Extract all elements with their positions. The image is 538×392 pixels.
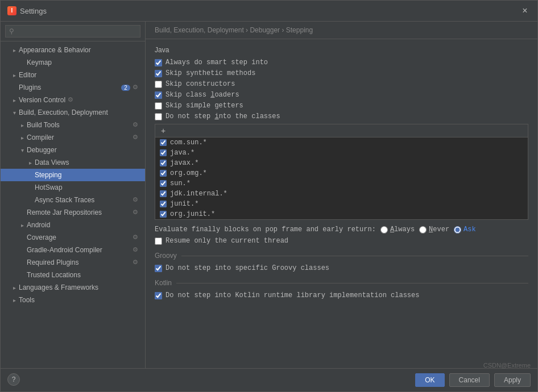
sidebar-item-label: Debugger xyxy=(27,146,57,154)
kotlin-section-label: Kotlin xyxy=(155,279,172,287)
groovy-step-row: Do not step into specific Groovy classes xyxy=(155,264,528,272)
sidebar-item-label: Stepping xyxy=(35,171,61,179)
resume-thread-label: Resume only the current thread xyxy=(165,237,288,245)
sidebar-item-label: Languages & Frameworks xyxy=(19,283,98,291)
sidebar-item-async-stack[interactable]: Async Stack Traces ⚙ xyxy=(1,194,145,206)
watermark-text: CSDN@Extreme xyxy=(483,362,531,369)
radio-ask-input[interactable] xyxy=(454,226,461,233)
dialog-title-text: Settings xyxy=(20,7,47,15)
coverage-settings-icon: ⚙ xyxy=(133,233,140,241)
sidebar-item-label: Editor xyxy=(19,71,36,79)
sidebar-item-label: Android xyxy=(27,221,50,229)
class-checkbox-jdk-internal[interactable] xyxy=(160,190,167,197)
sidebar-item-remote-jar[interactable]: Remote Jar Repositories ⚙ xyxy=(1,206,145,219)
smart-step-checkbox[interactable] xyxy=(155,59,162,66)
tree-arrow-required-plugins xyxy=(19,259,26,266)
sidebar-item-appearance[interactable]: Appearance & Behavior xyxy=(1,44,145,56)
class-item-javax: javax.* xyxy=(155,158,528,168)
help-button[interactable]: ? xyxy=(7,373,20,386)
sidebar-item-coverage[interactable]: Coverage ⚙ xyxy=(1,231,145,244)
sidebar-item-build-exec-deploy[interactable]: Build, Execution, Deployment xyxy=(1,106,145,119)
radio-ask: Ask xyxy=(454,226,476,233)
sidebar-item-label: Data Views xyxy=(35,159,69,166)
sidebar-item-languages[interactable]: Languages & Frameworks xyxy=(1,281,145,294)
tree-arrow-build-tools xyxy=(19,122,26,128)
apply-button[interactable]: Apply xyxy=(494,373,531,387)
sidebar-item-editor[interactable]: Editor xyxy=(1,69,145,81)
class-checkbox-org-omg[interactable] xyxy=(160,170,167,177)
groovy-step-checkbox[interactable] xyxy=(155,265,162,272)
class-label-java: java.* xyxy=(170,149,194,157)
sidebar-item-label: HotSwap xyxy=(35,184,63,191)
class-label-jdk-internal: jdk.internal.* xyxy=(170,190,227,198)
tree-arrow-stepping xyxy=(27,172,34,178)
tree-arrow-plugins xyxy=(11,84,18,91)
sidebar-item-android[interactable]: Android xyxy=(1,219,145,231)
resume-thread-row: Resume only the current thread xyxy=(155,237,528,245)
sidebar-item-label: Tools xyxy=(19,296,35,304)
groovy-section-label: Groovy xyxy=(155,252,177,260)
kotlin-step-checkbox[interactable] xyxy=(155,292,162,299)
search-input[interactable] xyxy=(5,25,140,37)
build-tools-settings-icon: ⚙ xyxy=(133,121,140,129)
radio-never-input[interactable] xyxy=(419,226,427,233)
do-not-step-checkbox[interactable] xyxy=(155,113,162,120)
tree-arrow-tools xyxy=(11,297,18,303)
sidebar-item-hotswap[interactable]: HotSwap xyxy=(1,181,145,194)
kotlin-step-label: Do not step into Kotlin runtime library … xyxy=(165,291,419,299)
tree-arrow-async-stack xyxy=(27,197,34,203)
sidebar-item-label: Build Tools xyxy=(27,121,60,129)
do-not-step-label: Do not step into the classes xyxy=(165,112,280,120)
class-checkbox-com-sun[interactable] xyxy=(160,139,167,146)
dialog-title: I Settings xyxy=(7,6,47,15)
class-checkbox-java[interactable] xyxy=(160,149,167,156)
sidebar-item-label: Trusted Locations xyxy=(27,271,81,279)
skip-constructors-label: Skip constructors xyxy=(165,80,235,88)
add-class-button[interactable]: + xyxy=(159,126,168,135)
tree-arrow-keymap xyxy=(19,59,26,66)
tree-arrow-coverage xyxy=(19,234,26,241)
tree-arrow-gradle-android xyxy=(19,247,26,253)
sidebar-item-trusted-locations[interactable]: Trusted Locations xyxy=(1,269,145,281)
sidebar-item-label: Version Control xyxy=(19,96,65,104)
sidebar-item-label: Remote Jar Repositories xyxy=(27,208,102,216)
sidebar-item-stepping[interactable]: Stepping xyxy=(1,169,145,181)
class-checkbox-junit[interactable] xyxy=(160,201,167,207)
skip-class-loaders-checkbox[interactable] xyxy=(155,91,162,99)
skip-synthetic-checkbox[interactable] xyxy=(155,70,162,77)
sidebar-item-gradle-android[interactable]: Gradle-Android Compiler ⚙ xyxy=(1,244,145,256)
smart-step-label: Always do smart step into xyxy=(165,59,268,66)
tree-panel: Appearance & Behavior Keymap Editor Plug… xyxy=(1,41,145,368)
tree-arrow-appearance xyxy=(11,47,18,53)
sidebar-item-compiler[interactable]: Compiler ⚙ xyxy=(1,131,145,144)
tree-arrow-debugger xyxy=(19,147,26,153)
class-label-org-junit: org.junit.* xyxy=(170,210,215,218)
resume-thread-checkbox[interactable] xyxy=(155,237,162,245)
radio-always-input[interactable] xyxy=(380,226,388,233)
cancel-button[interactable]: Cancel xyxy=(449,373,490,387)
sidebar-item-label: Plugins xyxy=(19,84,41,91)
skip-constructors-row: Skip constructors xyxy=(155,80,528,88)
class-list-container: + com.sun.* java.* javax.* xyxy=(155,124,528,220)
sidebar-item-data-views[interactable]: Data Views xyxy=(1,156,145,169)
gradle-settings-icon: ⚙ xyxy=(133,246,140,254)
sidebar-item-version-control[interactable]: Version Control ⚙ xyxy=(1,94,145,106)
plugins-badge: 2 xyxy=(121,85,130,91)
evaluate-label: Evaluate finally blocks on pop frame and… xyxy=(155,226,376,233)
skip-constructors-checkbox[interactable] xyxy=(155,81,162,88)
class-checkbox-javax[interactable] xyxy=(160,160,167,166)
close-button[interactable]: × xyxy=(519,5,531,16)
sidebar-item-debugger[interactable]: Debugger xyxy=(1,144,145,156)
sidebar-item-build-tools[interactable]: Build Tools ⚙ xyxy=(1,119,145,131)
class-label-com-sun: com.sun.* xyxy=(170,139,207,147)
skip-simple-getters-checkbox[interactable] xyxy=(155,102,162,110)
sidebar-item-keymap[interactable]: Keymap xyxy=(1,56,145,69)
async-settings-icon: ⚙ xyxy=(133,196,140,204)
sidebar-item-required-plugins[interactable]: Required Plugins ⚙ xyxy=(1,256,145,269)
ok-button[interactable]: OK xyxy=(415,373,444,387)
class-checkbox-sun[interactable] xyxy=(160,180,167,187)
sidebar-item-tools[interactable]: Tools xyxy=(1,294,145,306)
kotlin-divider: Kotlin xyxy=(155,279,528,287)
class-checkbox-org-junit[interactable] xyxy=(160,211,167,218)
sidebar-item-plugins[interactable]: Plugins 2 ⚙ xyxy=(1,81,145,94)
